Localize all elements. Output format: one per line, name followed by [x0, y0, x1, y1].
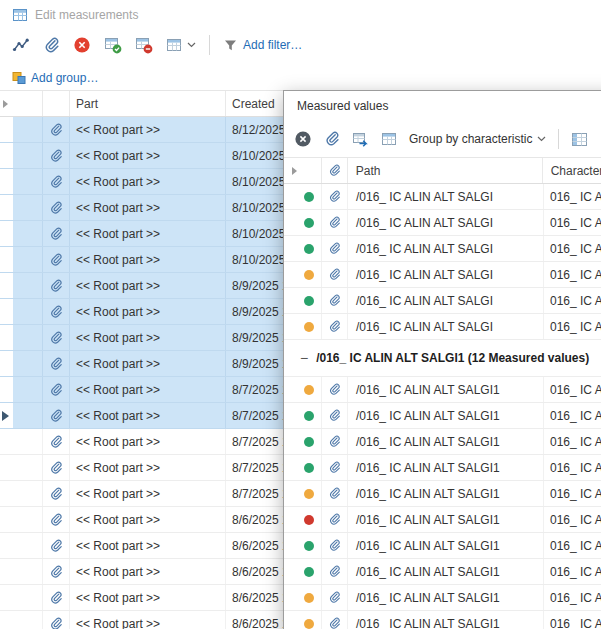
status-cell	[296, 611, 322, 629]
paperclip-icon	[328, 591, 341, 604]
popup-attachments-button[interactable]	[324, 131, 340, 147]
measured-value-row[interactable]: /016_ IC ALIN ALT SALGI 016_ IC A	[284, 262, 601, 288]
characteristic-cell: 016_ IC A	[544, 429, 601, 454]
row-attachment-cell	[322, 533, 348, 558]
path-cell: /016_ IC ALIN ALT SALGI1	[348, 429, 544, 454]
row-state-cell	[13, 143, 43, 168]
measured-value-row[interactable]: /016_ IC ALIN ALT SALGI1 016_ IC A	[284, 429, 601, 455]
measured-values-window: Measured values	[283, 90, 601, 629]
paperclip-icon	[49, 565, 63, 579]
measured-value-row[interactable]: /016_ IC ALIN ALT SALGI1 016_ IC A	[284, 533, 601, 559]
row-attachment-cell	[43, 403, 70, 428]
status-cell	[296, 314, 322, 339]
table-columns-button[interactable]	[571, 131, 588, 148]
main-toolbar: Add filter…	[0, 26, 601, 64]
characteristic-cell: 016_ IC A	[544, 611, 601, 629]
header-status-column[interactable]	[296, 158, 322, 183]
row-attachment-cell	[43, 585, 70, 610]
row-attachment-cell	[322, 184, 348, 209]
row-attachment-cell	[43, 533, 70, 558]
row-gutter	[284, 314, 296, 339]
measured-value-row[interactable]: /016_ IC ALIN ALT SALGI1 016_ IC A	[284, 481, 601, 507]
goto-value-button[interactable]	[352, 131, 369, 148]
row-gutter	[0, 325, 13, 350]
row-gutter	[0, 559, 13, 584]
paperclip-icon	[328, 487, 341, 500]
path-cell: /016_ IC ALIN ALT SALGI1	[348, 507, 544, 532]
clear-button[interactable]	[294, 130, 312, 148]
filter-icon	[223, 38, 238, 53]
row-state-cell	[13, 403, 43, 428]
header-attachment-column[interactable]	[322, 158, 348, 183]
measured-value-row[interactable]: /016_ IC ALIN ALT SALGI 016_ IC A	[284, 210, 601, 236]
characteristic-cell: 016_ IC A	[544, 585, 601, 610]
delete-button[interactable]	[73, 36, 91, 54]
attachments-button[interactable]	[43, 37, 60, 54]
measured-value-row[interactable]: /016_ IC ALIN ALT SALGI1 016_ IC A	[284, 559, 601, 585]
measured-value-row[interactable]: /016_ IC ALIN ALT SALGI 016_ IC A	[284, 314, 601, 340]
row-attachment-cell	[43, 351, 70, 376]
status-dot-icon	[304, 437, 314, 447]
table-options-dropdown[interactable]	[166, 37, 196, 53]
paperclip-icon	[328, 383, 341, 396]
header-attachment-column[interactable]	[43, 91, 70, 116]
row-gutter	[0, 247, 13, 272]
measured-value-row[interactable]: /016_ IC ALIN ALT SALGI1 016_ IC A	[284, 507, 601, 533]
status-cell	[296, 236, 322, 261]
characteristic-cell: 016_ IC A	[544, 262, 601, 287]
row-attachment-cell	[322, 262, 348, 287]
status-cell	[296, 184, 322, 209]
table-remove-button[interactable]	[135, 36, 153, 54]
row-state-cell	[13, 221, 43, 246]
values-table-button[interactable]	[381, 131, 397, 147]
table-accept-button[interactable]	[104, 36, 122, 54]
measured-values-header: Path Characteristic	[284, 157, 601, 184]
header-corner	[284, 158, 296, 183]
measured-value-row[interactable]: /016_ IC ALIN ALT SALGI 016_ IC A	[284, 184, 601, 210]
measured-value-row[interactable]: /016_ IC ALIN ALT SALGI1 016_ IC A	[284, 611, 601, 629]
part-cell: << Root part >>	[70, 117, 226, 142]
row-attachment-cell	[322, 481, 348, 506]
paperclip-icon	[49, 357, 63, 371]
row-attachment-cell	[43, 611, 70, 629]
paperclip-icon	[328, 294, 341, 307]
add-filter-button[interactable]: Add filter…	[223, 38, 302, 53]
group-by-dropdown[interactable]: Group by characteristic	[409, 132, 546, 146]
row-gutter	[284, 429, 296, 454]
characteristic-cell: 016_ IC A	[544, 455, 601, 480]
header-state-column[interactable]	[13, 91, 43, 116]
paperclip-icon	[49, 461, 63, 475]
part-cell: << Root part >>	[70, 403, 226, 428]
header-part[interactable]: Part	[70, 91, 226, 116]
status-cell	[296, 481, 322, 506]
toolbar-separator	[558, 129, 559, 149]
row-attachment-cell	[43, 377, 70, 402]
row-gutter	[284, 262, 296, 287]
add-group-button[interactable]: Add group…	[12, 71, 98, 85]
path-cell: /016_ IC ALIN ALT SALGI1	[348, 585, 544, 610]
measured-value-row[interactable]: /016_ IC ALIN ALT SALGI 016_ IC A	[284, 288, 601, 314]
row-gutter	[0, 117, 13, 142]
measured-value-row[interactable]: /016_ IC ALIN ALT SALGI1 016_ IC A	[284, 377, 601, 403]
row-state-cell	[13, 481, 43, 506]
status-dot-icon	[304, 541, 314, 551]
measured-value-row[interactable]: /016_ IC ALIN ALT SALGI1 016_ IC A	[284, 455, 601, 481]
measured-value-row[interactable]: /016_ IC ALIN ALT SALGI1 016_ IC A	[284, 403, 601, 429]
chart-button[interactable]	[12, 36, 30, 54]
header-characteristic[interactable]: Characteristic	[543, 158, 601, 183]
popup-titlebar[interactable]: Measured values	[284, 91, 601, 121]
collapse-group-icon[interactable]: −	[300, 351, 308, 365]
paperclip-icon	[49, 539, 63, 553]
paperclip-icon	[49, 279, 63, 293]
characteristic-cell: 016_ IC A	[544, 481, 601, 506]
measured-value-row[interactable]: /016_ IC ALIN ALT SALGI 016_ IC A	[284, 236, 601, 262]
row-state-cell	[13, 585, 43, 610]
path-cell: /016_ IC ALIN ALT SALGI1	[348, 403, 544, 428]
measured-value-row[interactable]: /016_ IC ALIN ALT SALGI1 016_ IC A	[284, 585, 601, 611]
characteristic-cell: 016_ IC A	[544, 184, 601, 209]
group-header-row[interactable]: − /016_ IC ALIN ALT SALGI1 (12 Measured …	[284, 340, 601, 377]
part-cell: << Root part >>	[70, 429, 226, 454]
row-state-cell	[13, 455, 43, 480]
row-attachment-cell	[322, 611, 348, 629]
header-path[interactable]: Path	[348, 158, 543, 183]
